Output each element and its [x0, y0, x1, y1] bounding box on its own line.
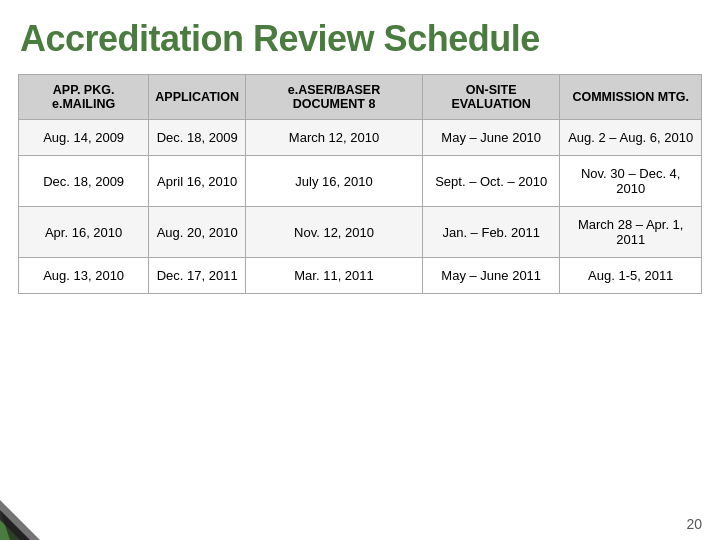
row3-col5: March 28 – Apr. 1, 2011	[560, 207, 702, 258]
row1-col4: May – June 2010	[423, 120, 560, 156]
row4-col3: Mar. 11, 2011	[246, 258, 423, 294]
row1-col3: March 12, 2010	[246, 120, 423, 156]
page-number: 20	[686, 516, 702, 532]
corner-decoration	[0, 460, 60, 540]
row4-col4: May – June 2011	[423, 258, 560, 294]
schedule-table: APP. PKG. e.MAILING APPLICATION e.ASER/B…	[18, 74, 702, 294]
row2-col2: April 16, 2010	[149, 156, 246, 207]
col-header-5: COMMISSION MTG.	[560, 75, 702, 120]
row3-col2: Aug. 20, 2010	[149, 207, 246, 258]
page-title: Accreditation Review Schedule	[0, 0, 720, 74]
table-row: Aug. 14, 2009 Dec. 18, 2009 March 12, 20…	[19, 120, 702, 156]
row4-col2: Dec. 17, 2011	[149, 258, 246, 294]
row2-col5: Nov. 30 – Dec. 4, 2010	[560, 156, 702, 207]
row3-col4: Jan. – Feb. 2011	[423, 207, 560, 258]
schedule-table-container: APP. PKG. e.MAILING APPLICATION e.ASER/B…	[0, 74, 720, 294]
row3-col3: Nov. 12, 2010	[246, 207, 423, 258]
table-row: Aug. 13, 2010 Dec. 17, 2011 Mar. 11, 201…	[19, 258, 702, 294]
row2-col1: Dec. 18, 2009	[19, 156, 149, 207]
row2-col3: July 16, 2010	[246, 156, 423, 207]
col-header-4: ON-SITE EVALUATION	[423, 75, 560, 120]
row4-col1: Aug. 13, 2010	[19, 258, 149, 294]
col-header-1: APP. PKG. e.MAILING	[19, 75, 149, 120]
row1-col2: Dec. 18, 2009	[149, 120, 246, 156]
table-row: Apr. 16, 2010 Aug. 20, 2010 Nov. 12, 201…	[19, 207, 702, 258]
row4-col5: Aug. 1-5, 2011	[560, 258, 702, 294]
row3-col1: Apr. 16, 2010	[19, 207, 149, 258]
row1-col5: Aug. 2 – Aug. 6, 2010	[560, 120, 702, 156]
row2-col4: Sept. – Oct. – 2010	[423, 156, 560, 207]
col-header-2: APPLICATION	[149, 75, 246, 120]
row1-col1: Aug. 14, 2009	[19, 120, 149, 156]
table-row: Dec. 18, 2009 April 16, 2010 July 16, 20…	[19, 156, 702, 207]
col-header-3: e.ASER/BASER DOCUMENT 8	[246, 75, 423, 120]
